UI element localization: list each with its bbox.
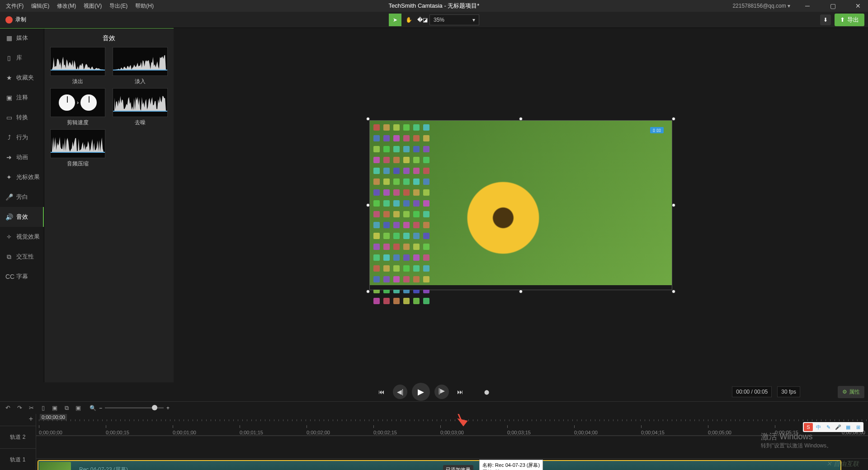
sidebar-item-8[interactable]: 🎤旁白 (0, 187, 44, 207)
track-1[interactable]: Rec 04-07-23 (屏幕) 已添加效果 名称: Rec 04-07-23… (36, 458, 868, 470)
timeline-tools: ↶ ↷ ✂ ▯ ▣ ⧉ ▣ 🔍 − + (0, 401, 868, 414)
properties-button[interactable]: ⚙属性 (838, 386, 864, 398)
menu-help[interactable]: 帮助(H) (132, 0, 157, 12)
preview-taskbar (370, 285, 672, 290)
next-clip-button[interactable]: ⏭ (453, 385, 467, 399)
preview-wallpaper (451, 143, 533, 261)
undo-button[interactable]: ↶ (3, 403, 13, 413)
clip-thumbnail (39, 462, 71, 470)
track-label-1[interactable]: 轨道 1 (0, 448, 36, 470)
main-area: ▦媒体▯库★收藏夹▣注释▭转换⤴行为➜动画✦光标效果🎤旁白🔊音效✧视觉效果⧉交互… (0, 28, 868, 382)
sidebar-item-11[interactable]: ⧉交互性 (0, 247, 44, 267)
step-fwd-button[interactable]: ◀| (434, 385, 449, 399)
effects-panel: 音效 淡出淡入›剪辑速度去噪音频压缩 (44, 28, 174, 382)
zoom-select[interactable]: 35%▾ (429, 14, 479, 25)
clip-rec[interactable]: Rec 04-07-23 (屏幕) (38, 461, 841, 470)
playback-bar: ⏮ ◀| ▶ ◀| ⏭ ⬤ 00:00 / 00:0530 fps ⚙属性 (0, 382, 868, 401)
chevron-down-icon: ▾ (472, 17, 475, 23)
close-button[interactable]: ✕ (848, 0, 868, 12)
sidebar-item-1[interactable]: ▯库 (0, 48, 44, 68)
ruler-tick: 0;00;02;00 (307, 430, 330, 435)
sidebar-item-7[interactable]: ✦光标效果 (0, 167, 44, 187)
sidebar-item-0[interactable]: ▦媒体 (0, 28, 44, 48)
fx-item-4[interactable]: 音频压缩 (48, 129, 108, 168)
site-watermark: ✕ 自由互联 (826, 460, 859, 468)
sidebar-item-4[interactable]: ▭转换 (0, 108, 44, 127)
snapshot-button[interactable]: ▣ (73, 403, 83, 413)
menu-edit[interactable]: 编辑(E) (28, 0, 52, 12)
copy-button[interactable]: ▯ (38, 403, 48, 413)
ruler-tick: 0;00;05;00 (708, 430, 731, 435)
play-button[interactable]: ▶ (412, 383, 430, 401)
sidebar-item-10[interactable]: ✧视觉效果 (0, 227, 44, 247)
menu-file[interactable]: 文件(F) (3, 0, 27, 12)
track-label-2[interactable]: 轨道 2 (0, 426, 36, 448)
menu-modify[interactable]: 修改(M) (54, 0, 79, 12)
ime-toolbar[interactable]: S中✎🎤▦⊞ (803, 422, 863, 432)
menu-export[interactable]: 导出(E) (106, 0, 131, 12)
preview-badge: ▯ ▯▯ (650, 127, 664, 133)
titlebar: 文件(F) 编辑(E) 修改(M) 视图(V) 导出(E) 帮助(H) Tech… (0, 0, 868, 12)
menu-view[interactable]: 视图(V) (80, 0, 105, 12)
maximize-button[interactable]: ▢ (823, 0, 843, 12)
fx-item-1[interactable]: 淡入 (110, 47, 170, 85)
sidebar-item-5[interactable]: ⤴行为 (0, 127, 44, 147)
sidebar-icon: ✧ (5, 233, 13, 240)
sidebar-icon: ▣ (5, 94, 13, 101)
ruler-tick: 0;00;02;15 (373, 430, 397, 435)
menubar: 文件(F) 编辑(E) 修改(M) 视图(V) 导出(E) 帮助(H) (3, 0, 157, 12)
sidebar-item-9[interactable]: 🔊音效 (0, 207, 44, 227)
sidebar-icon: ⧉ (5, 253, 13, 261)
add-track-icon[interactable]: + (29, 415, 33, 423)
ruler-tick: 0;00;00;00 (39, 430, 62, 435)
sidebar-icon: 🎤 (5, 193, 13, 201)
track-2[interactable] (36, 436, 868, 458)
sidebar-icon: ▭ (5, 114, 13, 121)
zoom-fit-icon[interactable]: 🔍 (90, 405, 96, 411)
ruler-tick: 0;00;01;00 (173, 430, 196, 435)
timeline-zoom[interactable]: 🔍 − + (90, 405, 170, 411)
download-button[interactable]: ⬇ (820, 14, 831, 25)
preview-frame[interactable]: ▯ ▯▯ (369, 120, 672, 290)
select-tool[interactable]: ➤ (389, 14, 401, 26)
export-button[interactable]: ⬆ 导出 (835, 14, 864, 26)
split-button[interactable]: ⧉ (61, 403, 71, 413)
cut-button[interactable]: ✂ (26, 403, 36, 413)
app-title: TechSmith Camtasia - 无标题项目* (389, 2, 480, 10)
effect-applied-tag[interactable]: 已添加效果 (443, 465, 473, 470)
clip-tooltip: 名称: Rec 04-07-23 (屏幕)开始时间: 00;00;00;00 持… (479, 460, 543, 470)
ruler-tick: 0;00;03;15 (507, 430, 531, 435)
sidebar-item-2[interactable]: ★收藏夹 (0, 68, 44, 88)
fx-item-3[interactable]: 去噪 (110, 88, 170, 127)
ruler-tick: 0;00;04;00 (574, 430, 598, 435)
paste-button[interactable]: ▣ (50, 403, 60, 413)
record-icon (5, 16, 13, 24)
toolbar: 录制 ➤ ✋ �◪ 35%▾ ⬇ ⬆ 导出 (0, 12, 868, 28)
sidebar-icon: ✦ (5, 174, 13, 181)
user-email[interactable]: 2215788156@qq.com ▾ (732, 3, 792, 9)
sidebar-icon: ⤴ (5, 134, 13, 141)
sidebar-icon: CC (5, 273, 13, 280)
step-back-button[interactable]: ◀| (393, 385, 407, 399)
ruler-tick: 0;00;01;15 (240, 430, 263, 435)
redo-button[interactable]: ↷ (14, 403, 24, 413)
prev-clip-button[interactable]: ⏮ (375, 385, 388, 399)
minimize-button[interactable]: ─ (797, 0, 817, 12)
sidebar: ▦媒体▯库★收藏夹▣注释▭转换⤴行为➜动画✦光标效果🎤旁白🔊音效✧视觉效果⧉交互… (0, 28, 44, 382)
crop-tool[interactable]: �◪ (416, 14, 429, 26)
sidebar-item-6[interactable]: ➜动画 (0, 147, 44, 167)
annotation-arrow (439, 414, 475, 437)
sidebar-item-3[interactable]: ▣注释 (0, 88, 44, 108)
timeline: + 轨道 2 轨道 1 0;00;00;00 0;00;00;000;00;00… (0, 414, 868, 470)
pan-tool[interactable]: ✋ (402, 14, 415, 26)
sidebar-icon: 🔊 (5, 213, 13, 221)
track-header-controls[interactable]: + (0, 414, 36, 424)
record-button[interactable]: 录制 (0, 12, 32, 28)
preview-desktop-icons (373, 124, 431, 304)
sidebar-icon: ➜ (5, 154, 13, 161)
sidebar-item-12[interactable]: CC字幕 (0, 267, 44, 287)
canvas[interactable]: ▯ ▯▯ (174, 28, 868, 382)
svg-marker-1 (459, 419, 467, 425)
fx-item-2[interactable]: ›剪辑速度 (48, 88, 108, 127)
fx-item-0[interactable]: 淡出 (48, 47, 108, 85)
